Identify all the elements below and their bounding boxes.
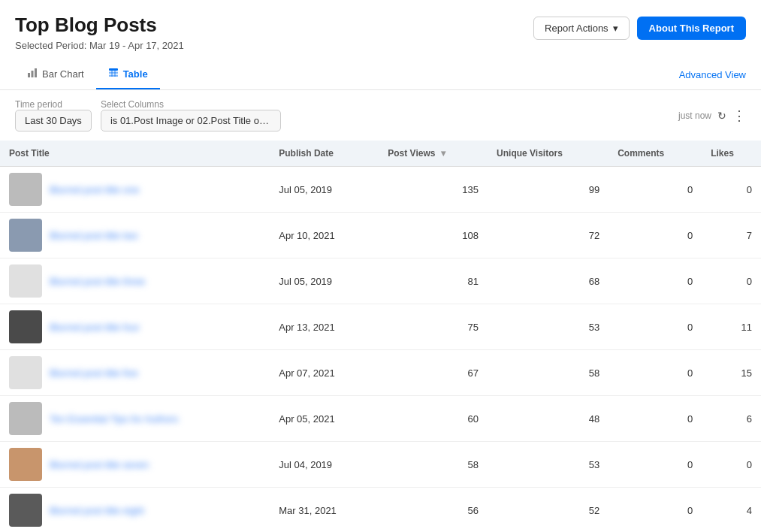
cell-post-views: 75 (379, 304, 488, 350)
select-columns-group: Select Columns is 01.Post Image or 02.Po… (101, 99, 281, 131)
table-row: Blurred post title two Apr 10, 202110872… (0, 213, 761, 258)
tabs: Bar Chart Table (15, 60, 160, 89)
table-header: Post Title Publish Date Post Views ▾ Uni… (0, 141, 761, 167)
select-columns-label: Select Columns (101, 99, 281, 110)
refresh-icon[interactable]: ↻ (717, 110, 726, 122)
post-title-link[interactable]: Blurred post title two (50, 230, 138, 241)
post-thumbnail (9, 494, 42, 527)
cell-publish-date: Jul 04, 2019 (270, 442, 379, 488)
time-period-group: Time period Last 30 Days (15, 99, 92, 131)
svg-rect-0 (28, 73, 30, 77)
cell-likes: 4 (702, 488, 761, 533)
sort-icon: ▾ (441, 148, 445, 159)
post-title-link[interactable]: Blurred post title one (50, 184, 139, 195)
svg-rect-5 (109, 75, 118, 77)
post-cell: Blurred post title eight (9, 494, 261, 527)
post-title-link[interactable]: Blurred post title eight (50, 505, 144, 516)
cell-comments: 0 (608, 396, 702, 442)
cell-post-title: Blurred post title four (0, 304, 270, 350)
post-cell: Blurred post title one (9, 173, 261, 206)
cell-post-views: 67 (379, 350, 488, 396)
svg-rect-1 (32, 71, 34, 77)
cell-unique-visitors: 58 (488, 350, 608, 396)
cell-post-title: Ten Essential Tips for Authors (0, 396, 270, 442)
col-publish-date: Publish Date (270, 141, 379, 167)
cell-post-views: 56 (379, 488, 488, 533)
cell-publish-date: Apr 13, 2021 (270, 304, 379, 350)
tab-bar-chart[interactable]: Bar Chart (15, 60, 96, 89)
cell-publish-date: Apr 05, 2021 (270, 396, 379, 442)
svg-rect-4 (109, 72, 118, 74)
table-body: Blurred post title one Jul 05, 201913599… (0, 167, 761, 533)
table-row: Blurred post title eight Mar 31, 2021565… (0, 488, 761, 533)
post-cell: Blurred post title three (9, 264, 261, 298)
cell-likes: 6 (702, 396, 761, 442)
tab-table[interactable]: Table (96, 60, 160, 89)
cell-post-title: Blurred post title seven (0, 442, 270, 488)
post-cell: Blurred post title seven (9, 448, 261, 481)
tab-table-label: Table (123, 68, 148, 80)
cell-post-title: Blurred post title two (0, 213, 270, 258)
cell-comments: 0 (608, 213, 702, 258)
cell-comments: 0 (608, 442, 702, 488)
cell-post-title: Blurred post title three (0, 258, 270, 304)
select-columns-button[interactable]: is 01.Post Image or 02.Post Title or 04.… (101, 110, 281, 131)
post-title-link[interactable]: Blurred post title four (50, 322, 140, 333)
cell-likes: 0 (702, 167, 761, 213)
cell-likes: 15 (702, 350, 761, 396)
advanced-view-link[interactable]: Advanced View (679, 69, 746, 80)
cell-comments: 0 (608, 304, 702, 350)
post-cell: Blurred post title five (9, 356, 261, 389)
blog-posts-table: Post Title Publish Date Post Views ▾ Uni… (0, 141, 761, 532)
cell-unique-visitors: 72 (488, 213, 608, 258)
table-row: Blurred post title three Jul 05, 2019816… (0, 258, 761, 304)
cell-comments: 0 (608, 488, 702, 533)
header-actions: Report Actions ▾ About This Report (533, 17, 746, 40)
tabs-bar: Bar Chart Table Advanced View (0, 60, 761, 90)
about-report-button[interactable]: About This Report (637, 17, 746, 40)
cell-unique-visitors: 48 (488, 396, 608, 442)
cell-post-title: Blurred post title one (0, 167, 270, 213)
chevron-down-icon: ▾ (613, 23, 618, 34)
report-actions-button[interactable]: Report Actions ▾ (533, 17, 630, 40)
refresh-bar: just now ↻ ⋮ (678, 107, 746, 124)
tab-bar-chart-label: Bar Chart (42, 68, 84, 80)
col-post-views[interactable]: Post Views ▾ (379, 141, 488, 167)
page-title: Top Blog Posts (15, 14, 184, 37)
cell-likes: 7 (702, 213, 761, 258)
post-cell: Blurred post title four (9, 310, 261, 343)
cell-publish-date: Apr 10, 2021 (270, 213, 379, 258)
cell-likes: 0 (702, 442, 761, 488)
page-header: Top Blog Posts Selected Period: Mar 19 -… (0, 0, 761, 60)
cell-unique-visitors: 53 (488, 304, 608, 350)
cell-comments: 0 (608, 350, 702, 396)
cell-unique-visitors: 53 (488, 442, 608, 488)
table-row: Blurred post title seven Jul 04, 2019585… (0, 442, 761, 488)
col-post-title: Post Title (0, 141, 270, 167)
post-title-link[interactable]: Blurred post title five (50, 367, 138, 379)
about-label: About This Report (649, 23, 734, 34)
cell-post-views: 108 (379, 213, 488, 258)
more-options-icon[interactable]: ⋮ (732, 107, 746, 124)
post-title-link[interactable]: Blurred post title seven (50, 459, 149, 470)
cell-post-views: 60 (379, 396, 488, 442)
post-title-link[interactable]: Ten Essential Tips for Authors (50, 413, 178, 425)
cell-post-views: 135 (379, 167, 488, 213)
post-title-link[interactable]: Blurred post title three (50, 276, 145, 287)
refresh-timestamp: just now (678, 110, 711, 121)
col-likes: Likes (702, 141, 761, 167)
time-period-button[interactable]: Last 30 Days (15, 110, 92, 131)
time-period-label: Time period (15, 99, 92, 110)
post-thumbnail (9, 448, 42, 481)
cell-likes: 0 (702, 258, 761, 304)
col-unique-visitors: Unique Visitors (488, 141, 608, 167)
cell-post-title: Blurred post title eight (0, 488, 270, 533)
table-icon (108, 68, 119, 80)
post-cell: Blurred post title two (9, 219, 261, 252)
page-subtitle: Selected Period: Mar 19 - Apr 17, 2021 (15, 40, 184, 51)
cell-publish-date: Jul 05, 2019 (270, 167, 379, 213)
filters-bar: Time period Last 30 Days Select Columns … (0, 90, 761, 141)
svg-rect-3 (109, 68, 118, 71)
cell-unique-visitors: 68 (488, 258, 608, 304)
post-thumbnail (9, 264, 42, 298)
